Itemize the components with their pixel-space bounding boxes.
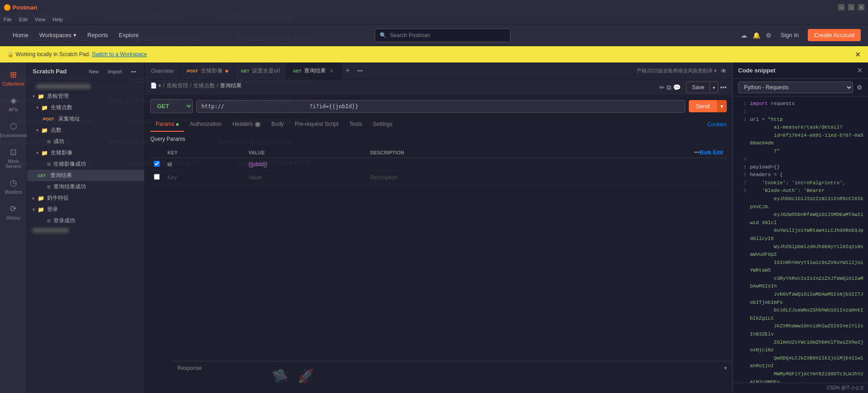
satellite-icon: 🛸 [272,368,288,384]
req-tab-pre-request[interactable]: Pre-request Script [289,117,344,132]
menu-edit[interactable]: Edit [19,17,28,22]
bulk-edit-button[interactable]: Bulk Edit [700,149,723,156]
switch-workspace-link[interactable]: Switch to a Workspace [92,51,147,58]
tree-folder-shengzhu-dianshu[interactable]: ▾ 📁 生猪点数 [27,102,144,113]
param-row-1-value[interactable]: {{jobId}} [245,158,367,171]
sidebar-item-monitors[interactable]: ◷ Monitors [1,174,26,198]
tree-example-denglu-chenggong[interactable]: ⊞ 登录成功 [27,215,144,226]
csdn-credit: CSDN @IT-小公主 [733,383,868,393]
menu-view[interactable]: View [35,17,46,22]
send-group: Send ▾ [689,100,727,112]
nav-reports[interactable]: Reports [82,32,114,38]
code-line-8b: eyJ0ZW5hbnRfaWQiOiI5MDEwMTAwIiwid XNlcl [733,211,868,227]
sign-in-button[interactable]: Sign In [777,32,802,38]
bell-icon[interactable]: 🔔 [753,32,760,39]
code-line-8d: WyJhZGlpbmlzdHJhdG9yYil0IqIsNsaWVudF9pZ [733,243,868,259]
tab-get-shezhi[interactable]: GET 设置全是url [235,62,287,80]
tree-example-yingxiang[interactable]: ⊞ 生猪影像成功 [27,158,144,170]
tree-folder-denglu[interactable]: ▾ 📁 登录 [27,204,144,215]
settings-icon[interactable]: ⚙ [766,32,772,39]
sidebar-item-apis[interactable]: ◈ APIs [1,92,26,116]
menu-help[interactable]: Help [52,17,63,22]
import-button[interactable]: Import [105,68,124,75]
send-dropdown-button[interactable]: ▾ [717,100,727,112]
tab-get-chaxun[interactable]: GET 查询结果 ✕ [286,62,342,80]
banner-close-button[interactable]: ✕ [855,50,861,59]
comment-icon[interactable]: 💬 [673,81,681,93]
req-tab-tests[interactable]: Tests [344,117,367,132]
edit-icon[interactable]: ✏ [659,81,665,93]
sidebar: ⊞ Collections ◈ APIs ⬡ Environments ⊡ Mo… [0,62,27,393]
close-window-button[interactable]: ✕ [858,4,864,10]
param-row-new-desc[interactable]: Description [367,171,558,184]
request-row: GET POST PUT DELETE PATCH Send ▾ [150,99,727,113]
param-row-new-checkbox[interactable] [154,174,160,180]
minimize-button[interactable]: — [838,4,844,10]
search-postman[interactable]: 🔍 Search Postman [375,29,510,42]
response-toggle[interactable]: ▾ [724,365,727,371]
tree-request-chaxun-active[interactable]: GET 查询结果 [27,170,144,181]
eye-icon[interactable]: 👁 [720,67,727,75]
code-panel-close-button[interactable]: ✕ [857,66,863,75]
code-line-4: 4 [733,156,868,163]
tree-example-chenggong1[interactable]: ⊞ 成功 [27,136,144,147]
param-row-new-value[interactable]: Value [245,171,367,184]
tree-request-caiji[interactable]: POST 采集地址 [27,113,144,125]
maximize-button[interactable]: □ [848,4,854,10]
tree-example-chaxun-chenggong[interactable]: ⊞ 查询结果成功 [27,181,144,192]
cloud-icon[interactable]: ☁ [741,32,747,39]
sidebar-item-mock-servers[interactable]: ⊡ Mock Servers [1,144,26,173]
param-row-1-checkbox[interactable] [154,161,160,167]
sidebar-item-environments[interactable]: ⬡ Environments [1,118,26,142]
param-row-new-key[interactable]: Key [164,171,245,184]
nav-workspaces[interactable]: Workspaces ▾ [34,32,82,38]
req-tab-headers[interactable]: Headers8 [227,117,266,132]
headers-count-badge: 8 [255,122,261,127]
copy-icon[interactable]: ⧉ [667,81,671,93]
nav-home[interactable]: Home [7,32,34,38]
create-account-button[interactable]: Create Account [808,29,861,41]
nav-explore[interactable]: Explore [114,32,144,38]
add-tab-button[interactable]: + [342,66,354,76]
code-line-8l: MWMyMGFiYjAtYmY8Zi09OTc3LWJhYzAtN2c0MDEy [733,370,868,383]
cookies-link[interactable]: Cookies [707,121,727,128]
rocket-icon: 🚀 [297,368,314,384]
tree-folder-yingxiang[interactable]: ▾ 📁 生猪影像 [27,147,144,158]
new-button[interactable]: New [86,68,101,75]
sidebar-item-collections[interactable]: ⊞ Collections [1,66,26,90]
code-line-5: 5 payload={} [733,163,868,172]
param-row-1-key[interactable]: id [164,158,245,171]
check-column-header [150,148,164,158]
language-select[interactable]: Python - Requests JavaScript cURL Java [738,81,853,93]
code-line-2: 2 [733,108,868,116]
column-more-button[interactable]: ••• [694,149,700,156]
tree-folder-dianshu[interactable]: ▾ 📁 点数 [27,125,144,136]
tab-more-button[interactable]: ••• [353,68,367,74]
url-input[interactable] [196,100,685,113]
req-tab-authorization[interactable]: Authorization [184,117,227,132]
more-options-button[interactable]: ••• [720,81,727,93]
req-tab-body[interactable]: Body [266,117,289,132]
req-tab-params[interactable]: Params [150,117,184,132]
sidebar-item-history[interactable]: ⟳ History [1,200,26,224]
sidebar-environments-label: Environments [0,133,27,138]
tab-overview[interactable]: Overview [145,62,181,80]
blurred-item-2 [27,226,144,235]
method-select[interactable]: GET POST PUT DELETE PATCH [150,99,193,113]
tab-close-button[interactable]: ✕ [329,68,335,74]
tree-folder-zhijian[interactable]: ▾ 📁 质检管理 [27,91,144,102]
banner-icon: 🔒 [7,51,14,58]
panel-more-button[interactable]: ••• [128,68,139,75]
tab-post-shengzhu[interactable]: POST 生猪影像 [181,62,235,80]
send-button[interactable]: Send [689,100,717,112]
language-settings-button[interactable]: ⚙ [857,84,863,91]
save-dropdown-button[interactable]: ▾ [710,81,718,93]
req-tab-settings[interactable]: Settings [367,117,398,132]
param-row-1-desc[interactable] [367,158,558,171]
code-line-8k: QwODQ4LCJkZXB0X2lkIjoiMjE4IiwianRoIjoI [733,355,868,370]
response-title: Response ▾ [177,365,727,371]
menu-file[interactable]: File [4,17,12,22]
tree-folder-nainiu[interactable]: ▸ 📁 奶牛特征 [27,192,144,204]
save-button[interactable]: Save [686,81,710,93]
environments-icon: ⬡ [10,121,17,131]
